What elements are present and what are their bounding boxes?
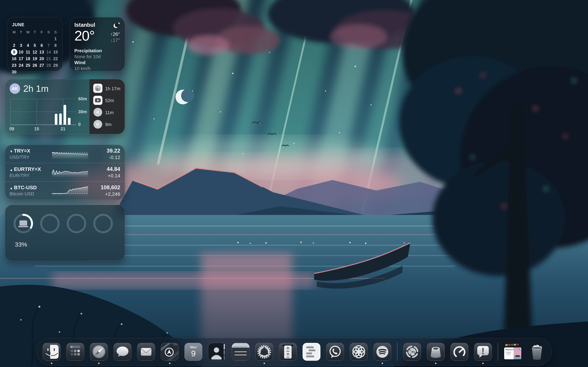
- battery-ring-empty: [93, 213, 113, 234]
- calendar-widget[interactable]: JUNE MTWTFSS1234567891011121314151617181…: [7, 17, 63, 71]
- dock-item-chatgpt[interactable]: [350, 343, 368, 361]
- dock-item-textapp[interactable]: [303, 343, 320, 361]
- screen-time-x-tick: 15: [34, 126, 39, 131]
- stock-row-BTC-USD[interactable]: ▲BTC-USD Bitcoin USD 108,602 +2,246: [5, 181, 125, 200]
- dock-item-spotify[interactable]: [373, 343, 391, 361]
- dock-item-downloads[interactable]: YENİ SUV E-2008: [504, 343, 522, 361]
- calendar-day: 2: [11, 42, 17, 49]
- dock-item-loupe[interactable]: [427, 343, 445, 361]
- screen-time-bar: [59, 113, 62, 125]
- calendar-day: [25, 35, 31, 42]
- whatsapp-icon: [326, 343, 344, 361]
- calendar-month-title: JUNE: [12, 22, 59, 27]
- stock-up-arrow-icon: ▲: [10, 186, 13, 190]
- battery-ring-empty: [66, 213, 87, 234]
- dock-item-photobooth[interactable]: [279, 343, 297, 361]
- screen-time-app-row[interactable]: D 9m: [89, 120, 125, 130]
- battery-rings: [13, 213, 113, 234]
- running-indicator-dot: [264, 363, 265, 364]
- screen-time-bar: [55, 114, 57, 125]
- running-indicator-dot: [169, 363, 171, 364]
- screen-time-app-row[interactable]: K 11m: [89, 108, 125, 117]
- dock-item-mail[interactable]: [137, 343, 155, 361]
- dock-item-notes[interactable]: [232, 343, 250, 361]
- calendar-day-header: S: [45, 29, 52, 35]
- calendar-day-header: M: [11, 29, 17, 35]
- dock-item-calendar[interactable]: Mon 9: [184, 343, 202, 361]
- calendar-day: 5: [31, 42, 38, 49]
- dock-item-whatsapp[interactable]: [326, 343, 344, 361]
- calendar-day: [38, 35, 45, 42]
- dock-item-alert-bubble[interactable]: [474, 343, 492, 361]
- battery-widget[interactable]: 33%: [5, 205, 125, 261]
- stock-symbol: EURTRY=X: [14, 166, 41, 172]
- maps-icon: [161, 343, 179, 361]
- dock-item-finder[interactable]: [43, 343, 61, 361]
- calendar-day: 21: [45, 55, 52, 62]
- stock-sparkline: [52, 148, 88, 160]
- youtube-mini-icon: [93, 96, 102, 106]
- stocks-widget[interactable]: ▼TRY=X USD/TRY 39.22 -0.12 ▲EURTRY=X EUR…: [5, 145, 125, 200]
- screen-time-widget[interactable]: AK 2h 1m 09152160m 30m 0 1h 17m 52m K 11…: [5, 79, 125, 134]
- avatar: AK: [10, 83, 20, 94]
- alert-bubble-icon: [474, 343, 492, 361]
- dock-item-launchpad[interactable]: [66, 343, 84, 361]
- calendar-day-selected: 9: [11, 49, 17, 55]
- weather-widget[interactable]: Istanbul 20° ↑26° ↓17° Precipitation Non…: [69, 17, 125, 71]
- settings-icon: [255, 343, 273, 361]
- calendar-day: 29: [52, 62, 59, 68]
- stock-row-TRY=X[interactable]: ▼TRY=X USD/TRY 39.22 -0.12: [5, 145, 125, 163]
- calendar-day-header: F: [38, 29, 45, 35]
- stock-row-EURTRY=X[interactable]: ▲EURTRY=X EUR/TRY 44.84 +0.14: [5, 163, 125, 181]
- screen-time-app-duration: 9m: [105, 122, 112, 127]
- calendar-day: 17: [17, 55, 24, 62]
- calendar-day-header: T: [31, 29, 38, 35]
- dock-item-trash[interactable]: [527, 343, 545, 361]
- screen-time-y-tick: 0: [78, 122, 81, 127]
- screen-time-app-row[interactable]: 1h 17m: [89, 84, 125, 93]
- calendar-day-header: T: [17, 29, 24, 35]
- calendar-day: 12: [31, 49, 38, 55]
- calendar-day-header: W: [25, 29, 31, 35]
- stock-name: EUR/TRY: [10, 173, 46, 178]
- stock-change: -0.12: [94, 155, 120, 160]
- calendar-day: [31, 35, 38, 42]
- calendar-day: 3: [17, 42, 24, 49]
- dock-item-safari[interactable]: [90, 343, 108, 361]
- battery-ring-laptop: [13, 213, 34, 234]
- calendar-day: 4: [25, 42, 31, 49]
- dock-item-settings[interactable]: [255, 343, 273, 361]
- calendar-day: 10: [17, 49, 24, 55]
- dock: Mon 9: [36, 338, 552, 366]
- contacts-icon: [208, 343, 226, 361]
- downloads-icon: YENİ SUV E-2008: [504, 343, 522, 361]
- safari-mini-icon: [93, 84, 102, 93]
- weather-low: ↓17°: [110, 37, 120, 43]
- messages-icon: [113, 343, 131, 361]
- dock-item-messages[interactable]: [113, 343, 131, 361]
- running-indicator-dot: [98, 363, 100, 364]
- svg-text:D: D: [96, 122, 99, 126]
- dock-item-contacts[interactable]: [208, 343, 226, 361]
- calendar-day: 23: [11, 62, 17, 68]
- weather-high: ↑26°: [110, 31, 120, 37]
- calendar-day: 16: [11, 55, 17, 62]
- calendar-day: 20: [38, 55, 45, 62]
- dock-calendar-day-name: Mon: [185, 345, 202, 349]
- calendar-day: [11, 35, 17, 42]
- screen-time-x-tick: 21: [61, 126, 65, 131]
- spotify-icon: [373, 343, 391, 361]
- weather-precip-label: Precipitation: [74, 48, 120, 54]
- battery-ring-empty: [39, 213, 60, 234]
- weather-precip-value: None for 10d: [74, 54, 120, 60]
- calendar-day: [45, 69, 52, 75]
- running-indicator-dot: [435, 363, 436, 364]
- dock-item-maze-utility[interactable]: [403, 343, 421, 361]
- dock-item-maps[interactable]: [161, 343, 179, 361]
- calendar-day: 22: [52, 55, 59, 62]
- svg-text:K: K: [96, 110, 99, 115]
- finder-icon: [43, 343, 61, 361]
- screen-time-app-row[interactable]: 52m: [89, 96, 125, 106]
- dock-item-speedtest[interactable]: [450, 343, 468, 361]
- stock-down-arrow-icon: ▼: [10, 150, 13, 153]
